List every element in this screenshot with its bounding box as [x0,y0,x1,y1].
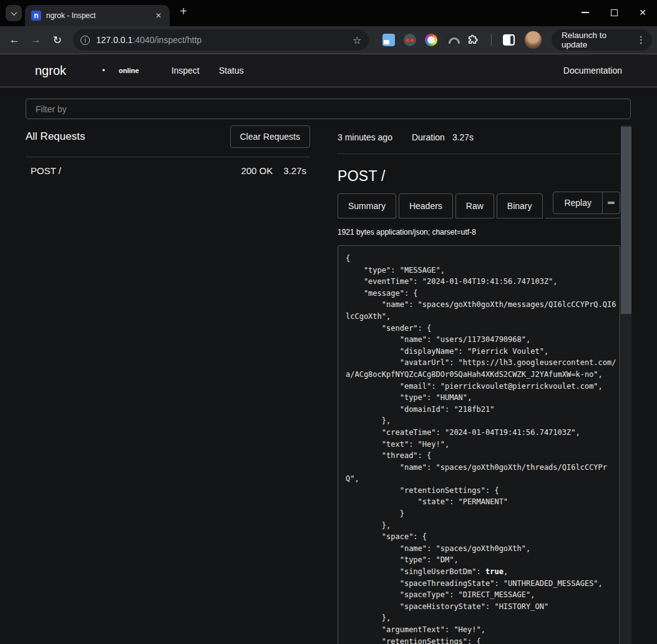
tab-binary[interactable]: Binary [497,193,543,218]
maximize-icon [611,9,618,16]
nav-item-status[interactable]: Status [219,66,244,76]
extensions-puzzle-icon[interactable] [467,34,480,46]
filter-input[interactable] [26,99,631,119]
browser-tab-active[interactable]: n ngrok - Inspect ✕ [25,5,170,26]
duration-label: Duration [412,132,445,142]
status-dot-icon: • [102,66,105,75]
browser-menu-icon[interactable]: ⋮ [636,34,646,46]
reload-button[interactable]: ↻ [48,30,67,50]
duration-value: 3.27s [452,132,474,142]
replay-options-button[interactable] [603,192,620,214]
relaunch-label: Relaunch to update [562,31,630,49]
url-path: :4040/inspect/http [133,35,202,45]
chevron-down-icon [11,9,17,16]
tab-raw[interactable]: Raw [455,193,494,218]
request-detail-title: POST / [338,168,620,185]
new-tab-button[interactable]: + [176,4,191,19]
extension-color-lens-icon[interactable] [425,34,437,46]
tab-summary[interactable]: Summary [338,193,396,218]
minimize-icon [582,12,589,12]
request-list-item[interactable]: POST / 200 OK 3.27s [26,157,310,184]
tab-close-icon[interactable]: ✕ [153,11,163,21]
replay-button[interactable]: Replay [553,192,603,214]
detail-scrollbar-track[interactable] [621,125,631,644]
detail-tabs: Summary Headers Raw Binary Replay [338,192,620,218]
request-body-block: { "type": "MESSAGE", "eventTime": "2024-… [338,245,620,644]
request-status: 200 OK [241,165,273,176]
requests-panel: All Requests Clear Requests POST / 200 O… [26,125,310,644]
request-detail-panel: 3 minutes ago Duration 3.27s POST / Summ… [338,125,631,644]
ngrok-page: ngrok • online Inspect Status Documentat… [0,54,657,644]
ngrok-header: ngrok • online Inspect Status Documentat… [0,54,657,87]
side-panel-icon[interactable] [503,34,515,46]
replay-menu-icon [608,202,615,204]
request-duration: 3.27s [283,165,306,176]
tab-title: ngrok - Inspect [46,11,148,20]
bookmark-star-icon[interactable]: ☆ [353,34,361,46]
forward-button[interactable]: → [26,30,45,50]
toolbar-divider [491,34,492,46]
tab-headers[interactable]: Headers [399,193,453,218]
request-time-ago: 3 minutes ago [338,132,392,142]
content-meta: 1921 bytes application/json; charset=utf… [338,228,620,237]
window-controls: ✕ [571,0,657,25]
documentation-link[interactable]: Documentation [563,66,622,76]
address-bar[interactable]: i 127.0.0.1:4040/inspect/http ☆ [73,29,369,51]
clear-requests-button[interactable]: Clear Requests [230,125,311,148]
window-maximize-button[interactable] [600,0,628,25]
site-info-icon[interactable]: i [80,36,90,45]
back-button[interactable]: ← [5,30,24,50]
window-close-button[interactable]: ✕ [628,0,657,25]
browser-tabstrip: n ngrok - Inspect ✕ + ✕ [0,0,657,26]
request-method-path: POST / [31,165,61,176]
request-body-json: { "type": "MESSAGE", "eventTime": "2024-… [346,253,612,644]
extension-blue-icon[interactable] [382,34,395,46]
profile-avatar[interactable] [525,31,542,49]
replay-button-group: Replay [553,192,620,218]
status-online-label: online [119,67,139,74]
inspect-content: All Requests Clear Requests POST / 200 O… [0,87,657,644]
extensions-row [382,34,480,46]
all-requests-title: All Requests [26,130,85,143]
url-text: 127.0.0.1:4040/inspect/http [96,35,346,45]
relaunch-to-update-button[interactable]: Relaunch to update ⋮ [552,29,652,51]
url-host: 127.0.0.1 [96,35,132,45]
nav-item-inspect[interactable]: Inspect [172,66,200,76]
browser-toolbar: ← → ↻ i 127.0.0.1:4040/inspect/http ☆ Re… [0,26,657,54]
detail-scrollbar-thumb[interactable] [621,127,631,314]
tabs-spacer [545,193,553,218]
window-minimize-button[interactable] [571,0,600,25]
tab-search-button[interactable] [6,5,22,21]
close-icon: ✕ [639,8,646,17]
extension-goggles-icon[interactable] [404,34,416,46]
extension-arc-icon[interactable] [446,34,459,46]
ngrok-favicon-icon: n [31,11,41,21]
ngrok-logo[interactable]: ngrok [35,64,66,78]
